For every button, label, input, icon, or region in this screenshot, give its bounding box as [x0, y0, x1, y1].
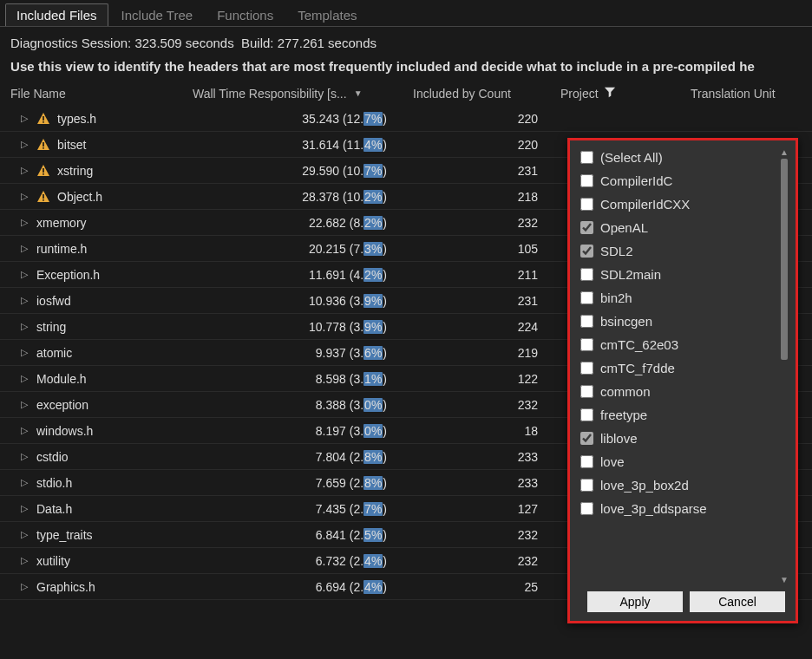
col-project-label: Project	[560, 87, 599, 101]
filter-checkbox[interactable]	[580, 502, 593, 515]
filter-checkbox[interactable]	[580, 479, 593, 492]
wall-time-value: 22.682 (8.2%)	[193, 216, 413, 230]
wall-time-value: 7.659 (2.8%)	[193, 476, 413, 490]
expander-icon[interactable]: ▷	[21, 113, 29, 124]
filter-item[interactable]: cmTC_62e03	[575, 333, 790, 356]
expander-icon[interactable]: ▷	[21, 399, 29, 410]
expander-icon[interactable]: ▷	[21, 217, 29, 228]
cancel-button[interactable]: Cancel	[690, 591, 785, 612]
filter-checkbox[interactable]	[580, 385, 593, 398]
sort-desc-icon: ▼	[354, 88, 363, 98]
filter-checkbox[interactable]	[580, 362, 593, 375]
tab-functions[interactable]: Functions	[206, 3, 285, 26]
filter-item[interactable]: cmTC_f7dde	[575, 356, 790, 380]
included-by-count-value: 105	[413, 242, 560, 256]
filter-item-label: freetype	[600, 408, 647, 422]
expander-icon[interactable]: ▷	[21, 373, 29, 384]
filter-item[interactable]: (Select All)	[575, 146, 790, 169]
filter-checkbox[interactable]	[580, 315, 593, 328]
expander-icon[interactable]: ▷	[21, 425, 29, 436]
included-by-count-value: 224	[413, 320, 560, 334]
col-wall-time[interactable]: Wall Time Responsibility [s... ▼	[193, 86, 413, 101]
expander-icon[interactable]: ▷	[21, 295, 29, 306]
filter-item[interactable]: common	[575, 380, 790, 403]
filter-checkbox[interactable]	[580, 338, 593, 351]
filter-item[interactable]: CompilerIdCXX	[575, 192, 790, 216]
expander-icon[interactable]: ▷	[21, 191, 29, 202]
expander-icon[interactable]: ▷	[21, 321, 29, 332]
filter-checkbox[interactable]	[580, 455, 593, 468]
filter-checkbox[interactable]	[580, 268, 593, 281]
tab-included-files[interactable]: Included Files	[5, 3, 108, 26]
filter-item-label: cmTC_f7dde	[600, 361, 675, 375]
filter-scrollbar[interactable]: ▲ ▼	[778, 147, 790, 584]
svg-rect-5	[43, 173, 44, 175]
filter-item-label: SDL2main	[600, 267, 661, 282]
file-name: xmemory	[36, 216, 87, 230]
included-by-count-value: 232	[413, 398, 560, 412]
filter-item[interactable]: love_3p_ddsparse	[575, 497, 790, 520]
filter-item-label: CompilerIdCXX	[600, 197, 690, 212]
filter-item[interactable]: love	[575, 450, 790, 473]
filter-checkbox[interactable]	[580, 198, 593, 211]
file-name: xutility	[36, 554, 70, 568]
warning-icon	[36, 138, 50, 152]
expander-icon[interactable]: ▷	[21, 477, 29, 488]
col-included-by-count[interactable]: Included by Count	[413, 86, 560, 101]
scroll-up-icon[interactable]: ▲	[780, 147, 789, 157]
filter-item[interactable]: CompilerIdC	[575, 169, 790, 192]
project-filter-list: (Select All)CompilerIdCCompilerIdCXXOpen…	[575, 146, 790, 586]
scroll-thumb[interactable]	[781, 159, 788, 360]
filter-checkbox[interactable]	[580, 151, 593, 164]
filter-item[interactable]: love_3p_box2d	[575, 473, 790, 497]
tab-include-tree[interactable]: Include Tree	[110, 3, 205, 26]
expander-icon[interactable]: ▷	[21, 243, 29, 254]
tab-templates[interactable]: Templates	[286, 3, 368, 26]
filter-item[interactable]: bsincgen	[575, 310, 790, 333]
expander-icon[interactable]: ▷	[21, 269, 29, 280]
filter-item[interactable]: OpenAL	[575, 216, 790, 239]
expander-icon[interactable]: ▷	[21, 165, 29, 176]
filter-checkbox[interactable]	[580, 221, 593, 234]
filter-item[interactable]: liblove	[575, 427, 790, 450]
expander-icon[interactable]: ▷	[21, 347, 29, 358]
col-project[interactable]: Project	[560, 86, 691, 101]
filter-item-label: love_3p_ddsparse	[600, 501, 707, 516]
col-translation-unit[interactable]: Translation Unit	[691, 86, 802, 101]
filter-item[interactable]: SDL2	[575, 239, 790, 263]
expander-icon[interactable]: ▷	[21, 555, 29, 566]
wall-time-value: 10.936 (3.9%)	[193, 294, 413, 308]
apply-button[interactable]: Apply	[587, 591, 683, 612]
filter-item[interactable]: SDL2main	[575, 263, 790, 286]
col-file-name[interactable]: File Name	[10, 86, 193, 101]
included-by-count-value: 220	[413, 138, 560, 152]
wall-time-value: 8.598 (3.1%)	[193, 372, 413, 386]
file-name: types.h	[57, 112, 96, 126]
wall-time-value: 10.778 (3.9%)	[193, 320, 413, 334]
filter-checkbox[interactable]	[580, 174, 593, 187]
filter-item-label: common	[600, 384, 651, 399]
expander-icon[interactable]: ▷	[21, 503, 29, 514]
expander-icon[interactable]: ▷	[21, 581, 29, 592]
filter-item-label: cmTC_62e03	[600, 337, 678, 352]
expander-icon[interactable]: ▷	[21, 451, 29, 462]
filter-checkbox[interactable]	[580, 245, 593, 258]
file-name: cstdio	[36, 450, 69, 464]
included-by-count-value: 233	[413, 476, 560, 490]
filter-item[interactable]: bin2h	[575, 286, 790, 310]
wall-time-value: 28.378 (10.2%)	[193, 190, 413, 204]
filter-item[interactable]: freetype	[575, 403, 790, 427]
filter-checkbox[interactable]	[580, 408, 593, 421]
wall-time-value: 8.388 (3.0%)	[193, 398, 413, 412]
filter-item-label: OpenAL	[600, 220, 648, 235]
build-label: Build:	[241, 36, 274, 50]
svg-rect-7	[43, 199, 44, 201]
filter-checkbox[interactable]	[580, 291, 593, 304]
filter-checkbox[interactable]	[580, 432, 593, 445]
expander-icon[interactable]: ▷	[21, 139, 29, 150]
included-by-count-value: 231	[413, 294, 560, 308]
expander-icon[interactable]: ▷	[21, 529, 29, 540]
table-row[interactable]: ▷types.h35.243 (12.7%)220	[0, 106, 812, 132]
scroll-down-icon[interactable]: ▼	[780, 575, 789, 584]
filter-icon[interactable]	[604, 86, 616, 101]
